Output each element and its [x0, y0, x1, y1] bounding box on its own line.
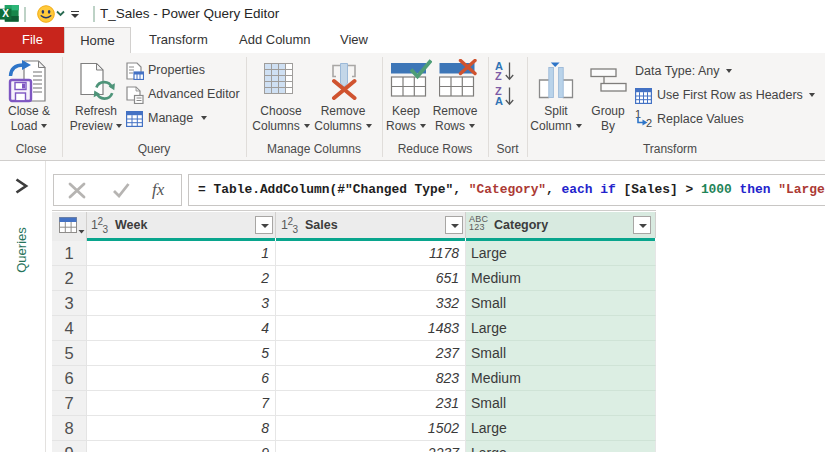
svg-text:X: X	[2, 8, 9, 19]
